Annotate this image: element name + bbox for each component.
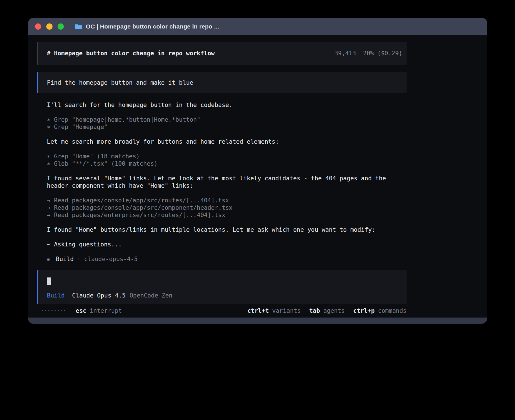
zoom-button[interactable]	[58, 23, 64, 30]
input-cursor	[47, 277, 51, 285]
shortcut-variants: ctrl+t variants	[247, 307, 301, 314]
chat-line: Let me search more broadly for buttons a…	[47, 138, 407, 145]
user-message-text: Find the homepage button and make it blu…	[47, 79, 193, 86]
esc-key: esc	[76, 307, 86, 314]
chat-line-tool: → Read packages/console/app/src/componen…	[47, 204, 407, 211]
terminal-content: # Homepage button color change in repo w…	[28, 35, 487, 324]
shortcut-commands: ctrl+p commands	[353, 307, 407, 314]
chat-line-tool: ∗ Glob "**/*.tsx" (100 matches)	[47, 160, 407, 167]
chat-transcript: I'll search for the homepage button in t…	[37, 101, 407, 263]
agent-row: ▣ Build · claude-opus-4-5	[47, 255, 407, 263]
status-right: ctrl+t variants tab agents ctrl+p comman…	[247, 307, 407, 314]
input-mode-label[interactable]: Build	[47, 292, 65, 299]
status-left: esc interrupt	[37, 307, 122, 314]
traffic-lights	[35, 23, 64, 30]
chat-line-tool: → Read packages/console/app/src/routes/[…	[47, 197, 407, 204]
session-stats: 39,413 20% ($0.29)	[335, 50, 402, 57]
window-bottom-edge	[28, 318, 487, 324]
chat-line: I found "Home" buttons/links in multiple…	[47, 226, 407, 233]
prompt-input[interactable]: Build Claude Opus 4.5 OpenCode Zen	[37, 270, 407, 304]
chat-line-tool: → Read packages/enterprise/src/routes/[.…	[47, 211, 407, 219]
window-title: OC | Homepage button color change in rep…	[86, 23, 219, 30]
terminal-window: OC | Homepage button color change in rep…	[28, 18, 487, 324]
agent-separator: ·	[77, 255, 81, 263]
chat-line: header component which have "Home" links…	[47, 182, 407, 189]
chat-line-tool: ∗ Grep "homepage|home.*button|Home.*butt…	[47, 116, 407, 123]
chat-line: I found several "Home" links. Let me loo…	[47, 175, 407, 182]
title-bar: OC | Homepage button color change in rep…	[28, 18, 487, 35]
spinner-dots-icon	[42, 310, 65, 311]
close-button[interactable]	[35, 23, 41, 30]
folder-icon	[75, 23, 82, 30]
agent-model: claude-opus-4-5	[84, 255, 138, 263]
chat-line-status: ~ Asking questions...	[47, 241, 407, 248]
chat-line-tool: ∗ Grep "Home" (18 matches)	[47, 153, 407, 160]
agent-icon: ▣	[47, 255, 50, 263]
agent-name: Build	[56, 255, 74, 263]
session-header: # Homepage button color change in repo w…	[37, 42, 407, 65]
chat-line: I'll search for the homepage button in t…	[47, 101, 407, 109]
esc-hint: interrupt	[90, 307, 122, 314]
chat-line-tool: ∗ Grep "Homepage"	[47, 123, 407, 131]
input-meta-row: Build Claude Opus 4.5 OpenCode Zen	[47, 292, 407, 299]
minimize-button[interactable]	[46, 23, 53, 30]
user-message: Find the homepage button and make it blu…	[37, 72, 407, 93]
input-model-label[interactable]: Claude Opus 4.5	[72, 292, 126, 299]
shortcut-agents: tab agents	[309, 307, 345, 314]
input-provider-label: OpenCode Zen	[130, 292, 173, 299]
status-bar: esc interrupt ctrl+t variants tab agents…	[37, 307, 407, 314]
session-title: # Homepage button color change in repo w…	[47, 50, 215, 57]
